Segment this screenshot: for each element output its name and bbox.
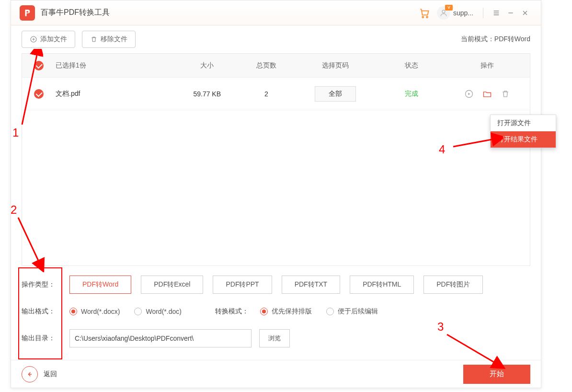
row-checkbox[interactable] xyxy=(22,89,56,99)
operation-type-label: 操作类型： xyxy=(22,280,69,289)
context-menu: 打开源文件 打开结果文件 xyxy=(490,115,556,148)
table-header: 已选择1份 大小 总页数 选择页码 状态 操作 xyxy=(22,54,530,78)
radio-dot-icon xyxy=(134,308,142,315)
table-row: 文档.pdf 59.77 KB 2 全部 完成 xyxy=(22,78,530,110)
output-format-label: 输出格式： xyxy=(22,307,69,316)
bottombar: 返回 开始 xyxy=(11,360,541,388)
avatar-icon: V xyxy=(437,6,450,20)
app-window: 百事牛PDF转换工具 V supp... 添加文件 xyxy=(11,0,541,388)
divider xyxy=(483,8,483,18)
remove-file-label: 移除文件 xyxy=(101,35,127,44)
remove-file-button[interactable]: 移除文件 xyxy=(82,31,136,48)
menu-open-result[interactable]: 打开结果文件 xyxy=(491,131,556,148)
svg-point-0 xyxy=(422,16,423,18)
browse-button[interactable]: 浏览 xyxy=(259,329,290,347)
radio-dot-icon xyxy=(69,308,77,315)
type-pdf-to-excel[interactable]: PDF转Excel xyxy=(141,276,203,294)
start-button[interactable]: 开始 xyxy=(463,365,530,384)
add-file-button[interactable]: 添加文件 xyxy=(22,31,75,48)
user-account[interactable]: V supp... xyxy=(433,5,477,21)
svg-point-1 xyxy=(426,16,428,18)
user-name: supp... xyxy=(453,9,473,17)
page-range-button[interactable]: 全部 xyxy=(315,86,356,102)
row-output-format: 输出格式： Word(*.docx) Word(*.doc) 转换模式： 优先保… xyxy=(22,307,530,316)
trash-icon xyxy=(90,35,98,43)
convert-mode-label: 转换模式： xyxy=(215,307,249,316)
radio-dot-icon xyxy=(326,308,334,315)
vip-badge: V xyxy=(445,5,453,11)
radio-editable[interactable]: 便于后续编辑 xyxy=(326,307,378,316)
col-page-range: 选择页码 xyxy=(293,61,378,70)
row-output-dir: 输出目录： 浏览 xyxy=(22,329,530,347)
row-pages: 2 xyxy=(240,90,293,98)
col-size: 大小 xyxy=(174,61,240,70)
back-button[interactable]: 返回 xyxy=(22,366,57,382)
type-pdf-to-html[interactable]: PDF转HTML xyxy=(350,276,414,294)
output-dir-label: 输出目录： xyxy=(22,334,69,343)
col-pages: 总页数 xyxy=(240,61,293,70)
type-pdf-to-word[interactable]: PDF转Word xyxy=(69,276,131,294)
col-actions: 操作 xyxy=(444,61,530,70)
menu-open-source[interactable]: 打开源文件 xyxy=(491,115,556,131)
radio-docx[interactable]: Word(*.docx) xyxy=(69,308,120,315)
close-icon[interactable] xyxy=(518,5,532,21)
play-icon[interactable] xyxy=(464,89,474,99)
folder-icon[interactable] xyxy=(482,89,492,99)
row-filename: 文档.pdf xyxy=(56,90,174,98)
toolbar: 添加文件 移除文件 当前模式：PDF转Word xyxy=(11,25,541,53)
type-pdf-to-txt[interactable]: PDF转TXT xyxy=(282,276,340,294)
output-dir-input[interactable] xyxy=(69,329,252,347)
arrow-left-icon xyxy=(22,366,38,382)
row-actions xyxy=(444,89,530,99)
app-logo-icon xyxy=(20,5,35,21)
row-status: 完成 xyxy=(378,90,445,98)
row-size: 59.77 KB xyxy=(174,90,240,98)
file-table: 已选择1份 大小 总页数 选择页码 状态 操作 文档.pdf 59.77 KB … xyxy=(22,53,530,266)
add-file-label: 添加文件 xyxy=(40,35,67,44)
titlebar: 百事牛PDF转换工具 V supp... xyxy=(11,0,541,25)
radio-dot-icon xyxy=(260,308,268,315)
col-status: 状态 xyxy=(378,61,445,70)
col-selected: 已选择1份 xyxy=(56,61,174,70)
settings-panel: 操作类型： PDF转Word PDF转Excel PDF转PPT PDF转TXT… xyxy=(11,266,541,360)
app-title: 百事牛PDF转换工具 xyxy=(41,8,110,18)
type-pdf-to-ppt[interactable]: PDF转PPT xyxy=(213,276,272,294)
svg-point-2 xyxy=(442,10,445,13)
back-label: 返回 xyxy=(44,370,57,379)
cart-icon[interactable] xyxy=(416,5,433,21)
delete-icon[interactable] xyxy=(501,89,510,99)
menu-icon[interactable] xyxy=(489,5,503,21)
radio-doc[interactable]: Word(*.doc) xyxy=(134,308,181,315)
type-pdf-to-image[interactable]: PDF转图片 xyxy=(423,276,483,294)
current-mode: 当前模式：PDF转Word xyxy=(461,35,530,44)
plus-circle-icon xyxy=(30,35,37,43)
radio-keep-layout[interactable]: 优先保持排版 xyxy=(260,307,312,316)
minimize-icon[interactable] xyxy=(503,5,518,21)
row-operation-type: 操作类型： PDF转Word PDF转Excel PDF转PPT PDF转TXT… xyxy=(22,276,530,294)
header-checkbox[interactable] xyxy=(22,61,56,70)
